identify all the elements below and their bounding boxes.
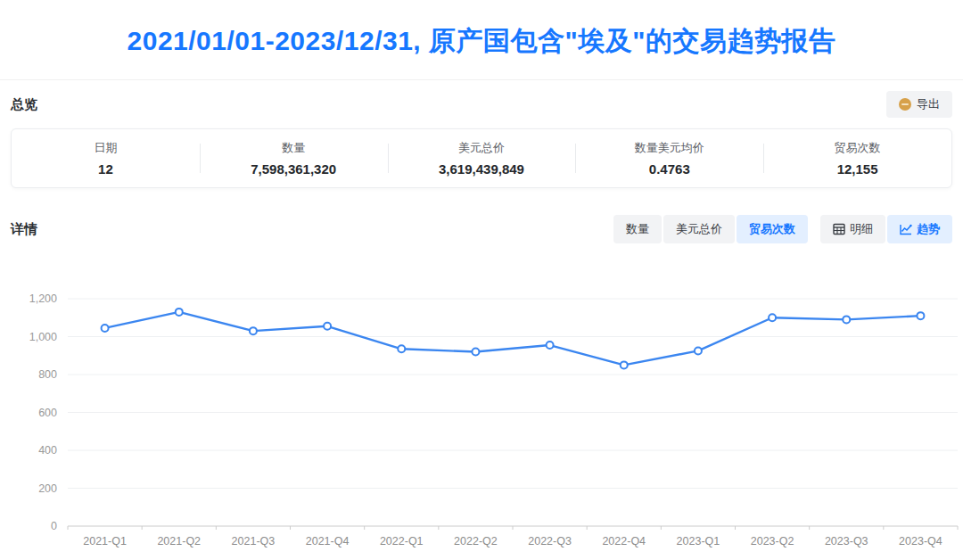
x-axis-label: 2023-Q4 — [899, 535, 942, 548]
tab-label: 数量 — [626, 221, 649, 237]
details-section-header: 详情 数量 美元总价 贸易次数 — [0, 204, 963, 243]
stat-trade-count: 贸易次数 12,155 — [763, 138, 951, 178]
coin-icon — [899, 98, 911, 111]
stat-value: 7,598,361,320 — [200, 161, 388, 177]
x-axis-label: 2021-Q2 — [157, 535, 201, 548]
stat-label: 日期 — [12, 140, 200, 156]
data-point-marker[interactable] — [250, 327, 257, 334]
x-axis-label: 2022-Q4 — [602, 535, 646, 548]
data-point-marker[interactable] — [472, 349, 479, 356]
tab-label: 趋势 — [917, 221, 940, 237]
table-icon — [833, 223, 845, 235]
stat-usd-total: 美元总价 3,619,439,849 — [388, 138, 576, 178]
y-axis-label: 1,000 — [29, 331, 57, 343]
data-point-marker[interactable] — [917, 312, 924, 319]
data-point-marker[interactable] — [621, 361, 628, 368]
overview-stats-card: 日期 12 数量 7,598,361,320 美元总价 3,619,439,84… — [11, 128, 952, 188]
x-axis-label: 2022-Q1 — [380, 535, 424, 548]
stat-value: 12,155 — [763, 161, 951, 177]
trade-trend-report-page: 2021/01/01-2023/12/31, 原产国包含"埃及"的交易趋势报告 … — [0, 0, 963, 560]
tab-label: 贸易次数 — [749, 221, 795, 237]
metric-tab-group: 数量 美元总价 贸易次数 — [613, 215, 808, 243]
trend-line-chart: 02004006008001,0001,2002021-Q12021-Q2202… — [0, 270, 963, 560]
trend-chart-icon — [900, 223, 912, 235]
y-axis-label: 400 — [38, 444, 57, 457]
trend-chart-container: 02004006008001,0001,2002021-Q12021-Q2202… — [0, 270, 963, 560]
x-axis-label: 2021-Q3 — [232, 535, 276, 548]
details-tab-groups: 数量 美元总价 贸易次数 — [613, 215, 952, 243]
data-point-marker[interactable] — [843, 316, 850, 323]
stat-label: 数量 — [200, 140, 388, 156]
series-line — [105, 312, 921, 366]
x-axis-label: 2022-Q2 — [454, 535, 498, 548]
data-point-marker[interactable] — [324, 323, 331, 330]
data-point-marker[interactable] — [695, 347, 702, 354]
stat-date: 日期 12 — [12, 138, 200, 178]
page-title: 2021/01/01-2023/12/31, 原产国包含"埃及"的交易趋势报告 — [0, 23, 963, 60]
export-button-label: 导出 — [917, 96, 940, 112]
tab-detail-view[interactable]: 明细 — [820, 215, 885, 243]
tab-label: 美元总价 — [676, 221, 722, 237]
x-axis-label: 2023-Q2 — [751, 535, 794, 548]
stat-value: 3,619,439,849 — [388, 161, 576, 177]
y-axis-label: 800 — [38, 368, 57, 381]
tab-trend-view[interactable]: 趋势 — [887, 215, 952, 243]
data-point-marker[interactable] — [176, 309, 183, 316]
x-axis-label: 2022-Q3 — [528, 535, 572, 548]
view-tab-group: 明细 趋势 — [820, 215, 952, 243]
details-section-label: 详情 — [11, 221, 37, 238]
x-axis-label: 2021-Q1 — [83, 535, 127, 548]
overview-section-label: 总览 — [11, 96, 37, 113]
stat-value: 12 — [12, 161, 200, 177]
x-axis-label: 2023-Q1 — [677, 535, 720, 548]
y-axis-label: 200 — [38, 482, 57, 495]
stat-avg-usd-price: 数量美元均价 0.4763 — [575, 138, 763, 178]
stat-label: 美元总价 — [388, 140, 576, 156]
stat-label: 数量美元均价 — [575, 140, 763, 156]
stat-value: 0.4763 — [575, 161, 763, 177]
stat-quantity: 数量 7,598,361,320 — [200, 138, 388, 178]
export-button[interactable]: 导出 — [886, 91, 952, 118]
tab-label: 明细 — [850, 221, 873, 237]
data-point-marker[interactable] — [547, 342, 554, 349]
tab-usd-total[interactable]: 美元总价 — [663, 215, 735, 243]
x-axis-label: 2021-Q4 — [306, 535, 350, 548]
tab-trade-count[interactable]: 贸易次数 — [737, 215, 808, 243]
data-point-marker[interactable] — [102, 325, 109, 332]
overview-section-header: 总览 导出 — [0, 80, 963, 118]
y-axis-label: 0 — [51, 520, 57, 532]
y-axis-label: 1,200 — [29, 292, 57, 305]
report-title-bar: 2021/01/01-2023/12/31, 原产国包含"埃及"的交易趋势报告 — [0, 0, 963, 60]
stat-label: 贸易次数 — [763, 140, 951, 156]
tab-quantity[interactable]: 数量 — [613, 215, 662, 243]
y-axis-label: 600 — [38, 407, 57, 419]
data-point-marker[interactable] — [769, 314, 776, 321]
x-axis-label: 2023-Q3 — [825, 535, 868, 548]
data-point-marker[interactable] — [398, 345, 405, 352]
